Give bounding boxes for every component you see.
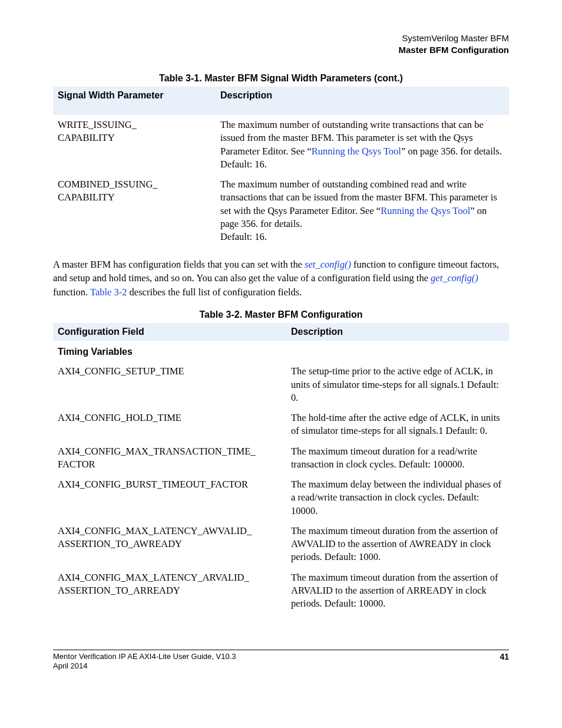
table-row: WRITE_ISSUING_ CAPABILITY The maximum nu… xyxy=(53,115,509,174)
table-row: AXI4_CONFIG_HOLD_TIME The hold-time afte… xyxy=(53,408,509,442)
link-set-config[interactable]: set_config() xyxy=(305,259,351,270)
table32-hdr-desc: Description xyxy=(286,323,509,341)
cfg-desc: The maximum delay between the individual… xyxy=(286,475,509,521)
cfg-name: AXI4_CONFIG_HOLD_TIME xyxy=(53,408,286,442)
cfg-name: AXI4_CONFIG_MAX_TRANSACTION_TIME_ FACTOR xyxy=(53,442,286,475)
cfg-desc: The setup-time prior to the active edge … xyxy=(286,361,509,408)
link-table32[interactable]: Table 3-2 xyxy=(90,286,127,298)
link-running-qsys[interactable]: Running the Qsys Tool xyxy=(381,205,470,216)
cfg-name: AXI4_CONFIG_MAX_LATENCY_AWVALID_ ASSERTI… xyxy=(53,521,286,568)
param-desc: The maximum number of outstanding write … xyxy=(216,115,509,174)
body-paragraph: A master BFM has configuration fields th… xyxy=(53,258,509,298)
table-row: AXI4_CONFIG_MAX_LATENCY_AWVALID_ ASSERTI… xyxy=(53,521,509,568)
link-running-qsys[interactable]: Running the Qsys Tool xyxy=(312,146,401,157)
table-row: AXI4_CONFIG_MAX_TRANSACTION_TIME_ FACTOR… xyxy=(53,442,509,475)
table-row: COMBINED_ISSUING_ CAPABILITY The maximum… xyxy=(53,174,509,247)
cfg-desc: The hold-time after the active edge of A… xyxy=(286,408,509,442)
page-footer: Mentor Verification IP AE AXI4-Lite User… xyxy=(53,652,509,661)
cfg-name: AXI4_CONFIG_SETUP_TIME xyxy=(53,361,286,408)
table31: Signal Width Parameter Description WRITE… xyxy=(53,87,509,247)
table-row: AXI4_CONFIG_BURST_TIMEOUT_FACTOR The max… xyxy=(53,475,509,521)
page-header: SystemVerilog Master BFM Master BFM Conf… xyxy=(53,32,509,55)
cfg-desc: The maximum timeout duration for a read/… xyxy=(286,442,509,475)
cfg-desc: The maximum timeout duration from the as… xyxy=(286,568,509,614)
footer-title: Mentor Verification IP AE AXI4-Lite User… xyxy=(53,652,236,661)
table-row: AXI4_CONFIG_SETUP_TIME The setup-time pr… xyxy=(53,361,509,408)
param-name: COMBINED_ISSUING_ CAPABILITY xyxy=(53,174,216,247)
table32-caption: Table 3-2. Master BFM Configuration xyxy=(53,309,509,320)
param-desc: The maximum number of outstanding combin… xyxy=(216,174,509,247)
table-row: AXI4_CONFIG_MAX_LATENCY_ARVALID_ ASSERTI… xyxy=(53,568,509,614)
cfg-name: AXI4_CONFIG_MAX_LATENCY_ARVALID_ ASSERTI… xyxy=(53,568,286,614)
footer-rule xyxy=(53,650,509,650)
header-line1: SystemVerilog Master BFM xyxy=(53,32,509,44)
header-line2: Master BFM Configuration xyxy=(53,44,509,56)
cfg-name: AXI4_CONFIG_BURST_TIMEOUT_FACTOR xyxy=(53,475,286,521)
table31-caption: Table 3-1. Master BFM Signal Width Param… xyxy=(53,73,509,84)
link-get-config[interactable]: get_config() xyxy=(431,272,478,284)
table31-hdr-desc: Description xyxy=(216,87,509,115)
cfg-desc: The maximum timeout duration from the as… xyxy=(286,521,509,568)
table31-hdr-param: Signal Width Parameter xyxy=(53,87,216,115)
footer-date: April 2014 xyxy=(53,661,509,670)
footer-page: 41 xyxy=(500,652,509,661)
table32-subhead: Timing Variables xyxy=(53,341,509,362)
table32-hdr-cfg: Configuration Field xyxy=(53,323,286,341)
table32: Configuration Field Description Timing V… xyxy=(53,323,509,614)
param-name: WRITE_ISSUING_ CAPABILITY xyxy=(53,115,216,174)
